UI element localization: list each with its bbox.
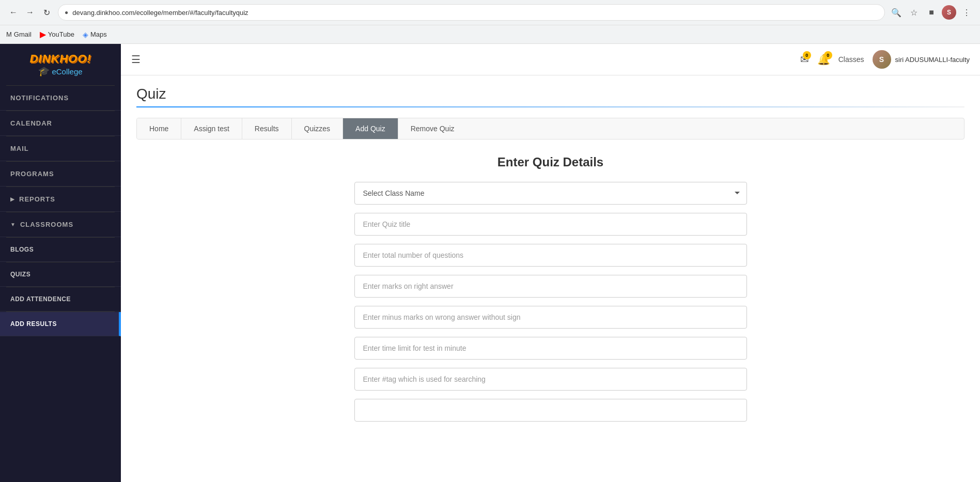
bookmark-youtube[interactable]: ▶ YouTube: [40, 29, 74, 39]
chevron-down-icon: ▼: [10, 222, 16, 227]
chevron-right-icon: ▶: [10, 196, 15, 202]
page-body: Quiz Home Assign test Results Quizzes Ad…: [121, 75, 980, 482]
top-header: ☰ ✉ 0 🔔 0 Classes S siri ADUSUMALLI-facu…: [121, 44, 980, 75]
programs-label: PROGRAMS: [10, 170, 54, 178]
sidebar-logo: DINKHOO! 🎓 eCollege: [0, 44, 121, 85]
menu-button[interactable]: ⋮: [959, 5, 974, 20]
mail-badge: 0: [803, 51, 811, 59]
calendar-label: CALENDAR: [10, 119, 52, 127]
browser-actions: 🔍 ☆ ■ S ⋮: [889, 5, 974, 20]
form-container: Select Class Name: [354, 182, 747, 422]
extra-field-input[interactable]: [354, 399, 747, 422]
hashtag-input[interactable]: [354, 368, 747, 391]
form-title: Enter Quiz Details: [136, 155, 965, 169]
notifications-label: NOTIFICATIONS: [10, 94, 69, 102]
add-attendence-label: ADD ATTENDENCE: [10, 296, 71, 303]
forward-button[interactable]: →: [23, 5, 37, 20]
address-bar[interactable]: ●: [58, 4, 885, 21]
sidebar-item-add-attendence[interactable]: ADD ATTENDENCE: [0, 287, 121, 312]
page-title: Quiz: [136, 86, 965, 102]
logo-hat-icon: 🎓: [38, 66, 50, 77]
logo-sub: 🎓 eCollege: [38, 66, 82, 77]
tab-results[interactable]: Results: [242, 118, 292, 139]
extensions-button[interactable]: ■: [924, 5, 939, 20]
sidebar-item-programs[interactable]: PROGRAMS: [0, 162, 121, 186]
logo-dinkhoo: DINKHOO!: [29, 52, 91, 66]
total-questions-input[interactable]: [354, 244, 747, 267]
app-container: DINKHOO! 🎓 eCollege NOTIFICATIONS CALEND…: [0, 44, 980, 482]
logo-ecollege: eCollege: [52, 67, 82, 76]
sidebar-item-mail[interactable]: MAIL: [0, 136, 121, 161]
time-limit-input[interactable]: [354, 337, 747, 360]
user-avatar: S: [873, 50, 891, 69]
user-name: siri ADUSUMALLI-faculty: [895, 56, 970, 64]
hamburger-button[interactable]: ☰: [131, 53, 141, 66]
maps-label: Maps: [90, 30, 107, 38]
tab-quizzes[interactable]: Quizzes: [292, 118, 344, 139]
blogs-label: BLOGS: [10, 246, 34, 253]
bookmark-maps[interactable]: ◈ Maps: [83, 30, 107, 39]
url-input[interactable]: [72, 9, 878, 17]
classes-link[interactable]: Classes: [838, 55, 864, 64]
sidebar-item-calendar[interactable]: CALENDAR: [0, 111, 121, 136]
marks-right-input[interactable]: [354, 275, 747, 298]
tab-home[interactable]: Home: [137, 118, 181, 139]
maps-icon: ◈: [83, 30, 88, 39]
user-info[interactable]: S siri ADUSUMALLI-faculty: [873, 50, 970, 69]
tabs-container: Home Assign test Results Quizzes Add Qui…: [136, 118, 965, 139]
sidebar-item-notifications[interactable]: NOTIFICATIONS: [0, 86, 121, 111]
search-button[interactable]: 🔍: [889, 5, 904, 20]
secure-icon: ●: [65, 9, 68, 16]
classrooms-label: CLASSROOMS: [20, 221, 73, 228]
quizs-label: QUIZS: [10, 271, 30, 278]
youtube-icon: ▶: [40, 29, 46, 39]
tab-remove-quiz[interactable]: Remove Quiz: [398, 118, 467, 139]
gmail-icon: M: [6, 30, 12, 38]
bookmarks-bar: M Gmail ▶ YouTube ◈ Maps: [0, 25, 980, 43]
minus-marks-input[interactable]: [354, 306, 747, 329]
tab-assign-test[interactable]: Assign test: [181, 118, 242, 139]
class-name-select[interactable]: Select Class Name: [354, 182, 747, 205]
sidebar-item-classrooms[interactable]: ▼ CLASSROOMS: [0, 212, 121, 237]
sidebar: DINKHOO! 🎓 eCollege NOTIFICATIONS CALEND…: [0, 44, 121, 482]
sidebar-item-add-results[interactable]: ADD RESULTS: [0, 312, 121, 336]
reload-button[interactable]: ↻: [39, 5, 54, 20]
header-actions: ✉ 0 🔔 0 Classes S siri ADUSUMALLI-facult…: [800, 50, 970, 69]
profile-avatar[interactable]: S: [942, 5, 956, 20]
mail-button[interactable]: ✉ 0: [800, 53, 809, 66]
main-content: ☰ ✉ 0 🔔 0 Classes S siri ADUSUMALLI-facu…: [121, 44, 980, 482]
sidebar-item-reports[interactable]: ▶ REPORTS: [0, 187, 121, 212]
bookmark-gmail[interactable]: M Gmail: [6, 30, 32, 38]
youtube-label: YouTube: [48, 30, 74, 38]
quiz-title-input[interactable]: [354, 213, 747, 236]
notification-badge: 0: [824, 51, 832, 59]
bookmark-button[interactable]: ☆: [907, 5, 921, 20]
add-results-label: ADD RESULTS: [10, 320, 57, 328]
nav-buttons: ← → ↻: [6, 5, 54, 20]
browser-chrome: ← → ↻ ● 🔍 ☆ ■ S ⋮ M Gmail ▶: [0, 0, 980, 44]
tab-add-quiz[interactable]: Add Quiz: [343, 118, 398, 139]
sidebar-item-quizs[interactable]: QUIZS: [0, 262, 121, 287]
sidebar-item-blogs[interactable]: BLOGS: [0, 238, 121, 262]
gmail-label: Gmail: [14, 30, 32, 38]
back-button[interactable]: ←: [6, 5, 21, 20]
reports-label: REPORTS: [19, 195, 55, 203]
page-title-divider: [136, 106, 965, 107]
notification-button[interactable]: 🔔 0: [817, 53, 830, 66]
mail-label: MAIL: [10, 145, 29, 152]
